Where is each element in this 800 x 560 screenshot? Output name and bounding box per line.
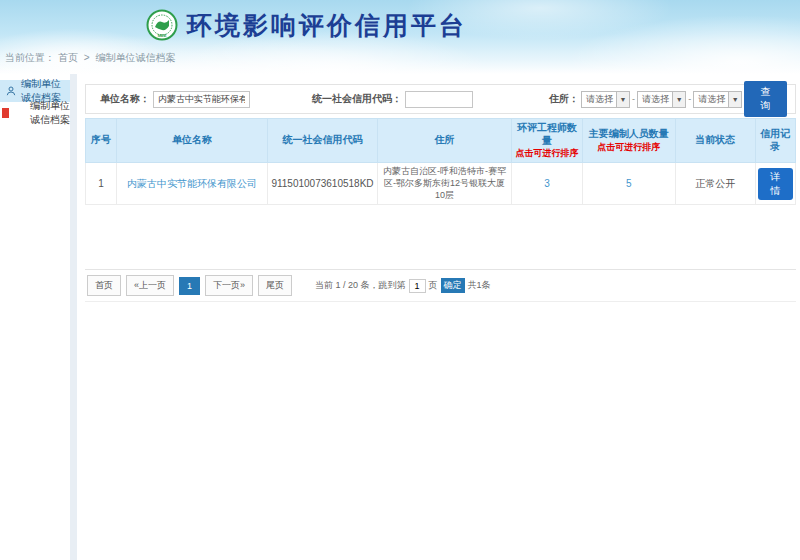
sidebar-divider	[70, 74, 77, 560]
current-page-button[interactable]: 1	[179, 277, 200, 295]
province-select-value: 请选择	[582, 93, 616, 106]
table-empty-space	[85, 205, 796, 269]
main-panel: 单位名称： 统一社会信用代码： 住所： 请选择 ▼ - 请选择 ▼ - 请选择 …	[77, 74, 800, 560]
breadcrumb-prefix: 当前位置：	[5, 52, 55, 63]
first-page-button[interactable]: 首页	[87, 275, 121, 296]
page-header: MEE 环境影响评价信用平台 当前位置：首页 > 编制单位诚信档案	[0, 0, 800, 74]
last-page-button[interactable]: 尾页	[258, 275, 292, 296]
page-word: 页	[429, 279, 438, 292]
city-select-value: 请选择	[638, 93, 672, 106]
pagination-info: 当前 1 / 20 条，跳到第	[315, 279, 406, 292]
province-select[interactable]: 请选择 ▼	[581, 91, 630, 108]
table-header-row: 序号 单位名称 统一社会信用代码 住所 环评工程师数量 点击可进行排序 主要编制…	[86, 119, 796, 163]
col-index: 序号	[86, 119, 117, 163]
mee-emblem-icon: MEE	[146, 9, 178, 41]
row-index: 1	[86, 163, 117, 205]
col-status: 当前状态	[675, 119, 755, 163]
breadcrumb-home-link[interactable]: 首页	[58, 52, 78, 63]
sidebar-item-label: 编制单位诚信档案	[30, 99, 70, 127]
col-address: 住所	[377, 119, 512, 163]
breadcrumb: 当前位置：首页 > 编制单位诚信档案	[5, 51, 178, 65]
next-page-button[interactable]: 下一页»	[205, 275, 253, 296]
col-engineer-count[interactable]: 环评工程师数量 点击可进行排序	[512, 119, 582, 163]
detail-button[interactable]: 详情	[758, 168, 793, 200]
staff-count-link[interactable]: 5	[626, 178, 632, 189]
credit-code-label: 统一社会信用代码：	[312, 92, 402, 106]
page-jump-input[interactable]	[409, 279, 426, 293]
jump-confirm-button[interactable]: 确定	[441, 278, 465, 293]
sort-hint: 点击可进行排序	[585, 142, 673, 153]
address-label: 住所：	[549, 92, 579, 106]
select-separator: -	[632, 94, 635, 104]
results-table: 序号 单位名称 统一社会信用代码 住所 环评工程师数量 点击可进行排序 主要编制…	[85, 118, 796, 205]
select-separator: -	[688, 94, 691, 104]
pagination-bar: 首页 «上一页 1 下一页» 尾页 当前 1 / 20 条，跳到第 页 确定 共…	[85, 269, 796, 302]
caret-down-icon[interactable]: ▼	[616, 92, 629, 107]
col-staff-count[interactable]: 主要编制人员数量 点击可进行排序	[582, 119, 675, 163]
table-row: 1 内蒙古中实节能环保有限公司 9115010073610518KD 内蒙古自治…	[86, 163, 796, 205]
district-select-value: 请选择	[694, 93, 728, 106]
col-credit-record: 信用记录	[755, 119, 795, 163]
address-value: 内蒙古自治区-呼和浩特市-赛罕区-鄂尔多斯东街12号银联大厦10层	[377, 163, 512, 205]
unit-name-link[interactable]: 内蒙古中实节能环保有限公司	[117, 163, 268, 205]
col-unit-name: 单位名称	[117, 119, 268, 163]
content-layout: 编制单位诚信档案 编制单位诚信档案 单位名称： 统一社会信用代码： 住所： 请选…	[0, 74, 800, 560]
engineer-count-link[interactable]: 3	[544, 178, 550, 189]
caret-down-icon[interactable]: ▼	[672, 92, 685, 107]
sort-hint: 点击可进行排序	[514, 148, 579, 159]
filter-bar: 单位名称： 统一社会信用代码： 住所： 请选择 ▼ - 请选择 ▼ - 请选择 …	[85, 84, 796, 114]
search-button[interactable]: 查询	[744, 81, 787, 117]
status-value: 正常公开	[675, 163, 755, 205]
active-item-marker	[2, 108, 9, 118]
user-icon	[6, 86, 16, 96]
col-credit-code: 统一社会信用代码	[268, 119, 378, 163]
credit-code-value: 9115010073610518KD	[268, 163, 378, 205]
breadcrumb-separator: >	[84, 52, 90, 63]
svg-text:MEE: MEE	[158, 33, 167, 38]
total-count: 共1条	[468, 279, 491, 292]
sidebar: 编制单位诚信档案 编制单位诚信档案	[0, 74, 70, 560]
page-title: 环境影响评价信用平台	[187, 9, 467, 42]
credit-code-input[interactable]	[405, 91, 473, 108]
unit-name-label: 单位名称：	[100, 92, 150, 106]
sidebar-item-archive[interactable]: 编制单位诚信档案	[0, 102, 70, 124]
city-select[interactable]: 请选择 ▼	[637, 91, 686, 108]
breadcrumb-current: 编制单位诚信档案	[95, 52, 175, 63]
prev-page-button[interactable]: «上一页	[126, 275, 174, 296]
unit-name-input[interactable]	[153, 91, 250, 108]
caret-down-icon[interactable]: ▼	[728, 92, 741, 107]
brand: MEE 环境影响评价信用平台	[146, 8, 467, 42]
district-select[interactable]: 请选择 ▼	[693, 91, 742, 108]
